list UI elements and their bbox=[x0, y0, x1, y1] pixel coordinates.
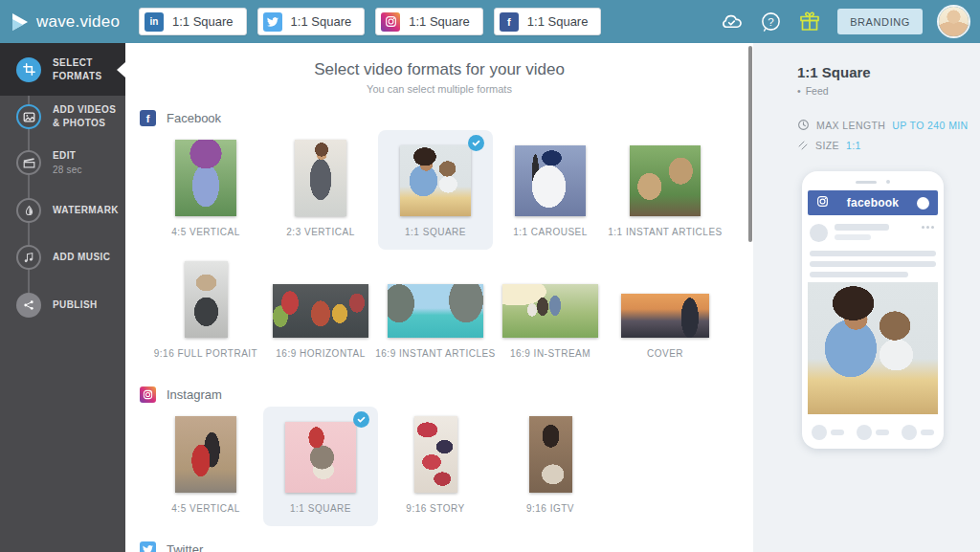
format-label: 1:1 INSTANT ARTICLES bbox=[608, 227, 722, 237]
share-icon bbox=[16, 293, 41, 318]
format-label: 16:9 HORIZONTAL bbox=[276, 348, 365, 359]
format-option-fb-cover[interactable]: COVER bbox=[608, 252, 723, 371]
format-option-ig-4-5-vertical[interactable]: 4:5 VERTICAL bbox=[148, 407, 263, 526]
twitter-section: Twitter bbox=[125, 541, 753, 552]
facebook-section: f Facebook 4:5 VERTICAL 2:3 VERTICAL 1:1… bbox=[125, 110, 753, 371]
chip-twitter-square[interactable]: 1:1 Square bbox=[257, 8, 366, 35]
post-header-placeholder bbox=[808, 215, 938, 242]
thumb-pug-party-hat bbox=[285, 422, 356, 493]
play-triangle-icon bbox=[12, 13, 28, 31]
instagram-formats-row: 4:5 VERTICAL 1:1 SQUARE 9:16 STORY 9:16 … bbox=[148, 407, 753, 526]
logo-text: wave.video bbox=[36, 12, 120, 32]
sidebar-step-select-formats[interactable]: SELECT FORMATS bbox=[0, 43, 125, 96]
sidebar-step-add-videos-photos[interactable]: ADD VIDEOS & PHOTOS bbox=[0, 94, 125, 140]
phone-camera-dot bbox=[886, 180, 890, 184]
format-option-fb-1-1-square-selected[interactable]: 1:1 SQUARE bbox=[378, 130, 493, 250]
format-detail-panel: 1:1 Square • Feed MAX LENGTH UP TO 240 M… bbox=[753, 43, 980, 552]
linkedin-icon: in bbox=[145, 12, 164, 32]
format-option-fb-1-1-carousel[interactable]: 1:1 CAROUSEL bbox=[493, 130, 608, 250]
sidebar-step-watermark[interactable]: WATERMARK bbox=[0, 188, 125, 233]
sidebar-step-edit[interactable]: EDIT 28 sec bbox=[0, 140, 125, 186]
topbar-actions: ? BRANDING bbox=[720, 7, 980, 36]
step-label: ADD MUSIC bbox=[53, 251, 122, 264]
page-title: Select video formats for your video bbox=[125, 60, 753, 79]
section-label: Facebook bbox=[167, 111, 221, 125]
step-label: ADD VIDEOS & PHOTOS bbox=[53, 103, 122, 130]
clapperboard-icon bbox=[16, 150, 41, 175]
spec-label: SIZE bbox=[815, 140, 839, 151]
chip-label: 1:1 Square bbox=[527, 14, 589, 29]
clock-icon bbox=[797, 119, 810, 131]
format-label: 9:16 STORY bbox=[406, 503, 464, 514]
format-label: 9:16 IGTV bbox=[526, 503, 574, 514]
thumb-family-breakfast bbox=[400, 145, 471, 216]
thumb-thailand-beach bbox=[388, 284, 483, 338]
sidebar-step-add-music[interactable]: ADD MUSIC bbox=[0, 234, 125, 280]
format-label: 9:16 FULL PORTRAIT bbox=[154, 348, 257, 359]
svg-text:?: ? bbox=[768, 16, 773, 28]
check-icon bbox=[353, 411, 369, 428]
thumb-woman-purple-hair bbox=[175, 140, 236, 216]
user-avatar[interactable] bbox=[939, 7, 969, 36]
format-option-fb-2-3-vertical[interactable]: 2:3 VERTICAL bbox=[263, 130, 378, 250]
format-label: 4:5 VERTICAL bbox=[171, 227, 239, 237]
chip-label: 1:1 Square bbox=[172, 14, 234, 29]
spec-max-length: MAX LENGTH UP TO 240 MIN bbox=[797, 119, 980, 131]
format-specs: MAX LENGTH UP TO 240 MIN SIZE 1:1 bbox=[797, 119, 980, 151]
format-option-fb-4-5-vertical[interactable]: 4:5 VERTICAL bbox=[148, 130, 263, 250]
chip-facebook-square[interactable]: f 1:1 Square bbox=[494, 8, 602, 35]
format-option-fb-9-16-full-portrait[interactable]: 9:16 FULL PORTRAIT bbox=[148, 252, 263, 371]
post-photo-family-breakfast bbox=[808, 282, 938, 414]
format-option-ig-1-1-square-selected[interactable]: 1:1 SQUARE bbox=[263, 407, 378, 526]
chip-instagram-square[interactable]: 1:1 Square bbox=[375, 8, 483, 35]
wave-video-logo[interactable]: wave.video bbox=[0, 12, 125, 32]
vertical-scrollbar[interactable] bbox=[748, 46, 752, 242]
thumb-food-prep bbox=[273, 284, 368, 338]
facebook-formats-row-1: 4:5 VERTICAL 2:3 VERTICAL 1:1 SQUARE 1:1… bbox=[148, 130, 753, 250]
instagram-icon bbox=[140, 386, 156, 403]
spec-label: MAX LENGTH bbox=[816, 120, 885, 131]
facebook-icon: f bbox=[500, 12, 519, 32]
thumb-kittens bbox=[630, 145, 701, 216]
facebook-logo-text: facebook bbox=[847, 196, 899, 210]
profile-circle bbox=[917, 197, 929, 210]
formats-scroll-area: Select video formats for your video You … bbox=[125, 43, 753, 552]
format-label: 4:5 VERTICAL bbox=[171, 503, 239, 514]
chip-label: 1:1 Square bbox=[409, 14, 470, 29]
help-icon[interactable]: ? bbox=[760, 11, 782, 33]
format-option-ig-9-16-igtv[interactable]: 9:16 IGTV bbox=[493, 407, 608, 526]
more-options-icon bbox=[922, 226, 934, 229]
sidebar-step-publish[interactable]: PUBLISH bbox=[0, 282, 125, 328]
format-option-fb-1-1-instant-articles[interactable]: 1:1 INSTANT ARTICLES bbox=[608, 130, 723, 250]
post-text-placeholder bbox=[808, 251, 938, 277]
section-label: Instagram bbox=[167, 387, 222, 402]
size-icon bbox=[797, 140, 809, 151]
thumb-woman-laptop bbox=[529, 416, 572, 493]
thumb-baseball-player bbox=[515, 145, 586, 216]
steps-sidebar: SELECT FORMATS ADD VIDEOS & PHOTOS EDIT … bbox=[0, 43, 125, 552]
format-option-ig-9-16-story[interactable]: 9:16 STORY bbox=[378, 407, 493, 526]
instagram-icon bbox=[381, 12, 400, 32]
cloud-sync-icon[interactable] bbox=[720, 10, 744, 33]
spec-value: UP TO 240 MIN bbox=[892, 120, 968, 131]
format-label: 1:1 SQUARE bbox=[290, 503, 351, 514]
branding-button[interactable]: BRANDING bbox=[837, 9, 923, 34]
step-label: PUBLISH bbox=[53, 298, 122, 312]
facebook-formats-row-2: 9:16 FULL PORTRAIT 16:9 HORIZONTAL 16:9 … bbox=[148, 252, 753, 371]
droplet-icon bbox=[16, 198, 41, 223]
format-label: COVER bbox=[647, 348, 683, 359]
format-label: 1:1 SQUARE bbox=[405, 227, 466, 237]
photos-icon bbox=[16, 104, 41, 129]
format-option-fb-16-9-instant-articles[interactable]: 16:9 INSTANT ARTICLES bbox=[378, 252, 493, 371]
thumb-berries-dessert bbox=[414, 416, 457, 493]
gift-icon[interactable] bbox=[798, 11, 821, 33]
format-label: 1:1 CAROUSEL bbox=[513, 227, 588, 237]
twitter-icon bbox=[140, 541, 156, 552]
format-option-fb-16-9-horizontal[interactable]: 16:9 HORIZONTAL bbox=[263, 252, 378, 371]
step-label: WATERMARK bbox=[53, 204, 122, 217]
chip-linkedin-square[interactable]: in 1:1 Square bbox=[139, 8, 247, 35]
format-label: 16:9 IN-STREAM bbox=[510, 348, 590, 359]
format-option-fb-16-9-in-stream[interactable]: 16:9 IN-STREAM bbox=[493, 252, 608, 371]
phone-preview-mockup: facebook bbox=[802, 171, 944, 449]
check-icon bbox=[468, 135, 484, 151]
